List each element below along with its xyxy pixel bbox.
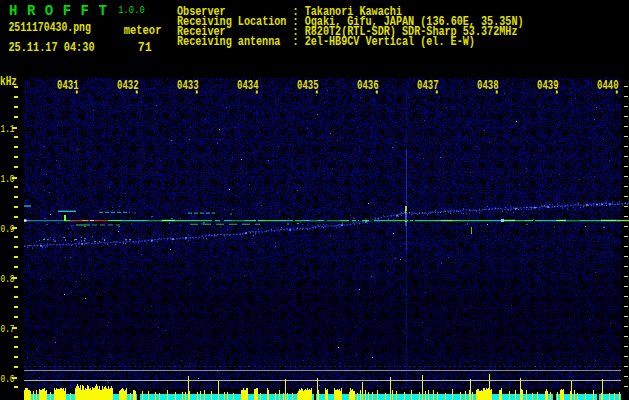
svg-text:0434: 0434: [237, 78, 259, 93]
svg-text:0438: 0438: [477, 78, 499, 93]
svg-text:0.9: 0.9: [1, 223, 15, 235]
svg-text:0435: 0435: [297, 78, 319, 93]
svg-text:0432: 0432: [117, 78, 139, 93]
svg-text:1.1: 1.1: [1, 123, 15, 135]
svg-text:1.0: 1.0: [1, 173, 15, 185]
svg-text:0440: 0440: [597, 78, 619, 93]
svg-text:0436: 0436: [357, 78, 379, 93]
svg-text:kHz: kHz: [0, 74, 17, 89]
svg-text:0.6: 0.6: [1, 373, 15, 385]
svg-text:1.0.0: 1.0.0: [118, 5, 144, 16]
svg-text:0.8: 0.8: [1, 273, 15, 285]
svg-text:0433: 0433: [177, 78, 199, 93]
svg-text:H R O F F T: H R O F F T: [9, 3, 107, 19]
svg-text:Receiving antenna : 2el-HB9CV: Receiving antenna : 2el-HB9CV Vertical (…: [177, 35, 475, 49]
svg-text:71: 71: [138, 40, 152, 55]
svg-text:25.11.17 04:30: 25.11.17 04:30: [8, 40, 94, 55]
svg-text:0.7: 0.7: [1, 323, 15, 335]
svg-text:0437: 0437: [417, 78, 439, 93]
svg-text:meteor: meteor: [124, 23, 162, 38]
svg-text:2511170430.png: 2511170430.png: [8, 20, 91, 35]
svg-text:0431: 0431: [57, 78, 79, 93]
svg-text:0439: 0439: [537, 78, 559, 93]
